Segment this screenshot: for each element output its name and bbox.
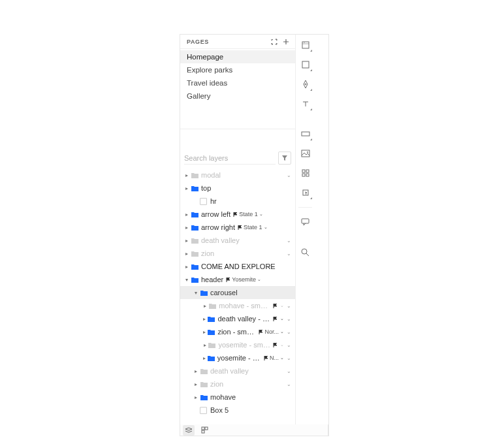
search-tool-icon[interactable] (298, 244, 313, 260)
frame-tool-icon[interactable] (298, 37, 313, 53)
chevron-icon[interactable]: ▸ (202, 329, 206, 335)
chevron-icon[interactable]: ▸ (184, 251, 189, 257)
pages-header: PAGES (180, 35, 295, 49)
state-tag[interactable]: Yosemite ⌄ (226, 276, 261, 283)
page-label: Explore parks (187, 66, 232, 74)
layer-row[interactable]: ▸zion - small b... Nor... ⌄⌄ (180, 325, 295, 338)
layer-row[interactable]: ▸death valley⌄ (180, 234, 295, 247)
page-label: Homepage (187, 53, 223, 61)
layer-row[interactable]: ▸modal⌄ (180, 168, 295, 182)
chevron-down-icon[interactable]: ⌄ (287, 172, 291, 178)
page-item-explore-parks[interactable]: Explore parks (180, 63, 295, 76)
chevron-down-icon[interactable]: ⌄ (287, 329, 291, 335)
chevron-down-icon[interactable]: ⌄ (287, 238, 291, 244)
layers-tab-icon[interactable] (183, 425, 195, 436)
folder-icon (208, 328, 215, 336)
state-tag[interactable]: ⌄ (273, 316, 284, 321)
comment-tool-icon[interactable] (298, 214, 313, 230)
layer-row[interactable]: ▸arrow right State 1 ⌄ (180, 221, 295, 234)
layer-label: yosemite - small ... (217, 354, 261, 362)
assets-tab-icon[interactable] (198, 425, 210, 436)
state-tag[interactable]: Nor... ⌄ (259, 328, 284, 335)
checkbox-icon (200, 407, 207, 414)
chevron-icon[interactable]: ▸ (184, 185, 189, 191)
layer-label: Box 5 (210, 406, 229, 414)
filter-icon[interactable] (278, 152, 291, 165)
folder-icon (200, 367, 208, 375)
layer-row[interactable]: ▸mohave (180, 391, 295, 404)
chevron-icon[interactable]: ▾ (193, 290, 198, 296)
chevron-icon[interactable]: ▸ (193, 394, 198, 400)
chevron-down-icon[interactable]: ⌄ (287, 251, 291, 257)
chevron-icon[interactable]: ▸ (202, 342, 207, 348)
page-item-travel-ideas[interactable]: Travel ideas (180, 76, 295, 89)
chevron-icon[interactable]: ▸ (184, 238, 189, 244)
square-tool-icon[interactable] (298, 57, 313, 72)
chevron-icon[interactable]: ▸ (184, 212, 189, 217)
expand-icon[interactable] (269, 37, 279, 47)
chevron-down-icon[interactable]: ⌄ (287, 355, 291, 361)
chevron-icon[interactable]: ▸ (202, 303, 208, 309)
layer-row[interactable]: ▸death valley⌄ (180, 364, 295, 377)
add-page-icon[interactable] (281, 37, 291, 47)
component-tool-icon[interactable] (298, 165, 313, 181)
svg-rect-14 (202, 430, 204, 433)
svg-rect-1 (302, 61, 309, 68)
layer-row[interactable]: ▸top (180, 182, 295, 195)
chevron-icon[interactable]: ▸ (184, 172, 189, 178)
image-tool-icon[interactable] (298, 146, 313, 161)
chevron-icon[interactable]: ▸ (193, 381, 198, 387)
chevron-icon[interactable]: ▸ (184, 264, 189, 270)
layer-label: arrow right (201, 223, 235, 231)
layer-row[interactable]: ▸zion⌄ (180, 247, 295, 260)
chevron-down-icon[interactable]: ⌄ (287, 368, 291, 374)
folder-icon (191, 236, 198, 244)
chevron-icon[interactable]: ▸ (193, 368, 198, 374)
folder-icon (200, 380, 208, 388)
layer-row[interactable]: ▸COME AND EXPLORE (180, 260, 295, 273)
state-tag[interactable]: State 1 ⌄ (233, 211, 263, 217)
layer-row[interactable]: hr (180, 195, 295, 208)
layer-label: arrow left (201, 210, 230, 218)
layer-row[interactable]: ▸zion⌄ (180, 377, 295, 391)
chevron-down-icon[interactable]: ⌄ (287, 316, 291, 322)
layer-row[interactable]: ▸mohave - smal... ⌄⌄ (180, 299, 295, 312)
state-tag[interactable]: N... ⌄ (264, 355, 284, 361)
chevron-down-icon[interactable]: ⌄ (287, 381, 291, 387)
folder-icon (191, 171, 198, 179)
layer-row[interactable]: ▾header Yosemite ⌄ (180, 273, 295, 286)
page-item-gallery[interactable]: Gallery (180, 89, 295, 103)
pen-tool-icon[interactable] (298, 76, 313, 92)
chevron-icon[interactable]: ▾ (184, 277, 189, 283)
chevron-icon[interactable]: ▸ (184, 225, 189, 231)
layer-row[interactable]: ▸death valley - smal... ⌄⌄ (180, 312, 295, 325)
state-tag[interactable]: ⌄ (273, 342, 284, 347)
search-input[interactable] (184, 152, 276, 165)
svg-rect-10 (302, 219, 309, 223)
chevron-icon[interactable]: ▸ (202, 355, 206, 361)
layer-label: yosemite - smal... (218, 341, 270, 349)
layer-row[interactable]: ▸yosemite - small ... N... ⌄⌄ (180, 351, 295, 364)
layer-label: death valley (210, 367, 249, 375)
layer-row[interactable]: Box 5 (180, 404, 295, 417)
folder-icon (191, 210, 198, 218)
layer-row[interactable]: ▾carousel (180, 286, 295, 299)
folder-icon (191, 276, 198, 283)
chevron-down-icon[interactable]: ⌄ (287, 342, 291, 348)
layer-row[interactable]: ▸arrow left State 1 ⌄ (180, 208, 295, 221)
input-tool-icon[interactable] (298, 126, 313, 142)
layer-row[interactable]: ▸yosemite - smal... ⌄⌄ (180, 338, 295, 351)
checkbox-icon (200, 198, 207, 205)
chevron-icon[interactable]: ▸ (202, 316, 206, 322)
svg-rect-6 (306, 170, 309, 172)
page-item-homepage[interactable]: Homepage (180, 50, 295, 63)
state-tag[interactable]: ⌄ (273, 303, 284, 308)
chevron-down-icon[interactable]: ⌄ (287, 303, 291, 309)
panel-left-column: PAGES Homepage Explore parks Travel idea… (180, 35, 295, 436)
state-tag[interactable]: State 1 ⌄ (238, 224, 268, 231)
pages-header-label: PAGES (187, 39, 269, 45)
folder-icon (208, 341, 215, 349)
page-label: Travel ideas (187, 79, 227, 87)
interaction-tool-icon[interactable] (298, 185, 313, 200)
text-tool-icon[interactable] (298, 96, 313, 112)
